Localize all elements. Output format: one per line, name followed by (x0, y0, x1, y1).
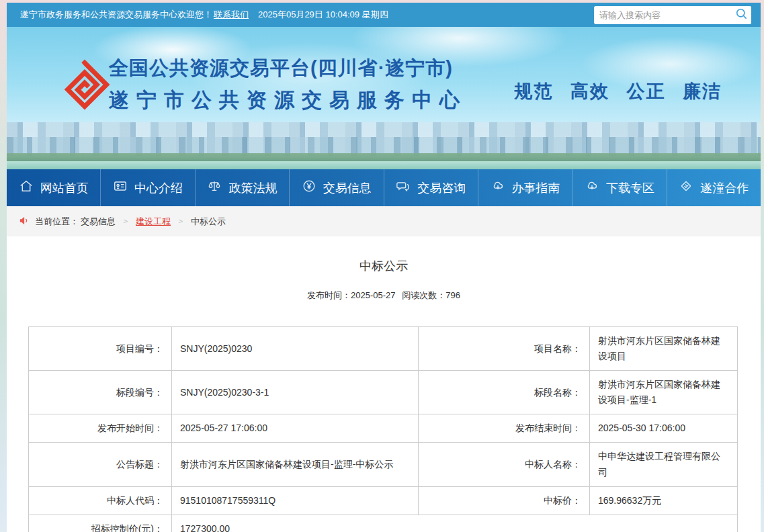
nav-item-guide[interactable]: 办事指南 (478, 169, 572, 206)
field-value: SNJY(2025)0230 (172, 327, 419, 371)
page: 遂宁市政务服务和公共资源交易服务中心欢迎您！ 联系我们 2025年05月29日 … (7, 0, 761, 532)
field-value: 1727300.00 (172, 515, 738, 532)
field-label: 发布结束时间： (419, 414, 590, 443)
field-label: 中标人代码： (29, 486, 172, 515)
breadcrumb-current: 中标公示 (191, 216, 226, 228)
search-box (594, 6, 751, 24)
page-title: 中标公示 (7, 258, 761, 274)
magnifier-icon (735, 7, 748, 22)
home-icon (19, 179, 34, 197)
red-speaker-icon (19, 216, 29, 228)
nav-label: 交易信息 (323, 180, 372, 196)
scales-icon (207, 179, 222, 197)
nav-item-policies[interactable]: 政策法规 (195, 169, 289, 206)
yen-circle-icon (302, 179, 316, 197)
field-value: 2025-05-27 17:06:00 (172, 414, 419, 443)
welcome-text: 遂宁市政务服务和公共资源交易服务中心欢迎您！ (20, 9, 212, 21)
table-row: 标段编号： SNJY(2025)0230-3-1 标段名称： 射洪市河东片区国家… (29, 371, 738, 414)
table-row: 发布开始时间： 2025-05-27 17:06:00 发布结束时间： 2025… (29, 414, 738, 443)
handshake-icon (679, 179, 693, 197)
article-meta: 发布时间：2025-05-27 阅读次数：796 (7, 290, 761, 302)
breadcrumb: 当前位置： 交易信息 ＞ 建设工程 ＞ 中标公示 (7, 206, 761, 236)
table-row: 中标人代码： 91510108717559311Q 中标价： 169.96632… (29, 486, 738, 515)
publish-time: 发布时间：2025-05-27 (307, 290, 396, 300)
chat-icon (396, 179, 411, 197)
field-label: 项目编号： (29, 327, 172, 371)
banner-titles: 全国公共资源交易平台(四川省·遂宁市) 遂宁市公共资源交易服务中心 (109, 55, 467, 114)
bid-detail-table: 项目编号： SNJY(2025)0230 项目名称： 射洪市河东片区国家储备林建… (28, 326, 738, 532)
table-row: 公告标题： 射洪市河东片区国家储备林建设项目-监理-中标公示 中标人名称： 中申… (29, 443, 738, 486)
field-value: 射洪市河东片区国家储备林建设项目-监理-1 (590, 371, 738, 414)
table-row: 项目编号： SNJY(2025)0230 项目名称： 射洪市河东片区国家储备林建… (29, 327, 738, 371)
nav-item-consult[interactable]: 交易咨询 (384, 169, 478, 206)
field-label: 中标人名称： (419, 443, 590, 486)
field-label: 发布开始时间： (29, 414, 172, 443)
field-label: 公告标题： (29, 443, 172, 486)
banner-title-line1: 全国公共资源交易平台(四川省·遂宁市) (109, 55, 467, 82)
nav-label: 办事指南 (512, 180, 560, 196)
breadcrumb-separator: ＞ (122, 216, 130, 227)
nav-label: 网站首页 (40, 180, 89, 196)
cloud-download-icon (491, 179, 505, 197)
main-nav: 网站首页 中心介绍 政策法规 (7, 169, 761, 206)
field-value: SNJY(2025)0230-3-1 (172, 371, 419, 414)
nav-label: 遂潼合作 (700, 180, 749, 196)
top-bar: 遂宁市政务服务和公共资源交易服务中心欢迎您！ 联系我们 2025年05月29日 … (7, 3, 761, 27)
field-label: 招标控制价(元)： (29, 515, 172, 532)
nav-item-home[interactable]: 网站首页 (7, 169, 100, 206)
field-value: 射洪市河东片区国家储备林建设项目 (590, 327, 738, 371)
banner-water (7, 161, 761, 169)
search-input[interactable] (594, 10, 731, 20)
banner-title-line2: 遂宁市公共资源交易服务中心 (109, 87, 467, 114)
nav-label: 政策法规 (228, 180, 277, 196)
main-content: 中标公示 发布时间：2025-05-27 阅读次数：796 项目编号： SNJY… (7, 236, 761, 532)
datetime-text: 2025年05月29日 10:04:09 星期四 (258, 9, 388, 21)
nav-label: 交易咨询 (417, 180, 466, 196)
red-spiral-diamond-logo (54, 54, 116, 118)
field-label: 标段编号： (29, 371, 172, 414)
field-value: 169.96632万元 (590, 486, 738, 515)
nav-item-suitong-coop[interactable]: 遂潼合作 (667, 169, 761, 206)
field-label: 标段名称： (419, 371, 590, 414)
id-card-icon (113, 179, 128, 197)
nav-label: 中心介绍 (134, 180, 183, 196)
field-value: 射洪市河东片区国家储备林建设项目-监理-中标公示 (172, 443, 419, 486)
banner-slogan: 规范 高效 公正 廉洁 (514, 79, 722, 103)
field-value: 91510108717559311Q (172, 486, 419, 515)
banner: 全国公共资源交易平台(四川省·遂宁市) 遂宁市公共资源交易服务中心 规范 高效 … (7, 27, 761, 169)
nav-item-trade-info[interactable]: 交易信息 (289, 169, 383, 206)
breadcrumb-trade-info[interactable]: 交易信息 (81, 216, 116, 228)
nav-item-about[interactable]: 中心介绍 (100, 169, 194, 206)
field-label: 项目名称： (419, 327, 590, 371)
breadcrumb-separator: ＞ (177, 216, 185, 227)
field-label: 中标价： (419, 486, 590, 515)
nav-item-downloads[interactable]: 下载专区 (572, 169, 666, 206)
search-button[interactable] (731, 6, 751, 24)
field-value: 中申华达建设工程管理有限公司 (590, 443, 738, 486)
cloud-download-icon (585, 179, 599, 197)
breadcrumb-prefix: 当前位置： (35, 216, 79, 228)
field-value: 2025-05-30 17:06:00 (590, 414, 738, 443)
breadcrumb-construction[interactable]: 建设工程 (136, 216, 171, 228)
nav-label: 下载专区 (606, 180, 654, 196)
contact-us-link[interactable]: 联系我们 (214, 9, 249, 21)
read-count: 阅读次数：796 (402, 290, 460, 300)
table-row: 招标控制价(元)： 1727300.00 (29, 515, 738, 532)
